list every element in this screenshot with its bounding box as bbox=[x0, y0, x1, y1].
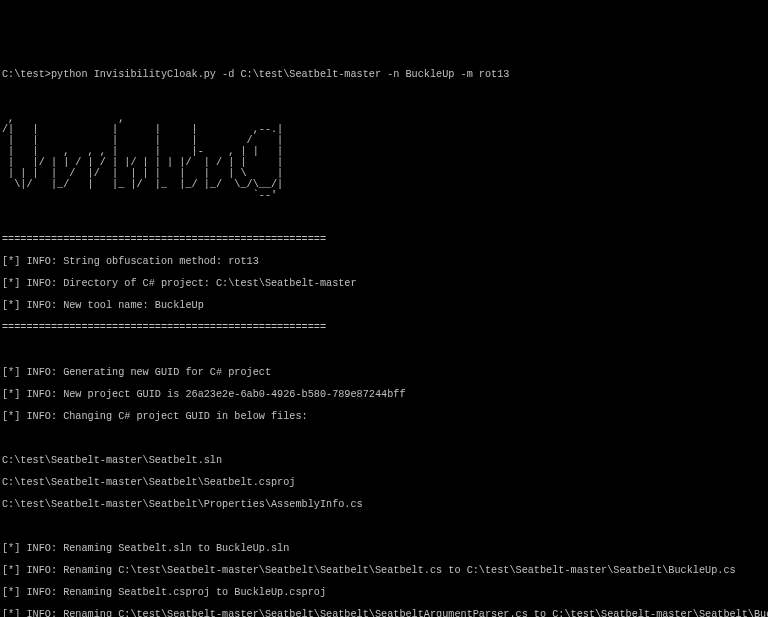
ascii-line: | | , , , | | |- , | | | bbox=[2, 146, 766, 157]
blank bbox=[2, 212, 766, 223]
info-toolname: [*] INFO: New tool name: BuckleUp bbox=[2, 300, 766, 311]
blank bbox=[2, 91, 766, 102]
info-guid-val: [*] INFO: New project GUID is 26a23e2e-6… bbox=[2, 389, 766, 400]
rename-line: [*] INFO: Renaming Seatbelt.sln to Buckl… bbox=[2, 543, 766, 554]
ascii-line: /| | | | | ,--.| bbox=[2, 124, 766, 135]
ascii-line: \|/ |_/ | |_ |/ |_ |_/ |_/ \_/\__/| bbox=[2, 179, 766, 190]
blank bbox=[2, 521, 766, 532]
info-directory: [*] INFO: Directory of C# project: C:\te… bbox=[2, 278, 766, 289]
command-line: C:\test>python InvisibilityCloak.py -d C… bbox=[2, 69, 766, 80]
ascii-art-logo: , , /| | | | | ,--.| | | | | | / | | | ,… bbox=[2, 113, 766, 201]
info-obf-method: [*] INFO: String obfuscation method: rot… bbox=[2, 256, 766, 267]
rename-line: [*] INFO: Renaming C:\test\Seatbelt-mast… bbox=[2, 609, 766, 617]
rename-line: [*] INFO: Renaming Seatbelt.csproj to Bu… bbox=[2, 587, 766, 598]
rename-line: [*] INFO: Renaming C:\test\Seatbelt-mast… bbox=[2, 565, 766, 576]
ascii-line: | | | | | / | bbox=[2, 135, 766, 146]
blank bbox=[2, 344, 766, 355]
ascii-line: | |/ | | / | / | |/ | | | |/ | / | | | bbox=[2, 157, 766, 168]
info-guid-files: [*] INFO: Changing C# project GUID in be… bbox=[2, 411, 766, 422]
path-assemblyinfo: C:\test\Seatbelt-master\Seatbelt\Propert… bbox=[2, 499, 766, 510]
ascii-line: `--' bbox=[2, 190, 766, 201]
ascii-line: , , bbox=[2, 113, 766, 124]
info-guid-gen: [*] INFO: Generating new GUID for C# pro… bbox=[2, 367, 766, 378]
terminal-output[interactable]: C:\test>python InvisibilityCloak.py -d C… bbox=[0, 55, 768, 617]
separator: ========================================… bbox=[2, 322, 766, 333]
path-csproj: C:\test\Seatbelt-master\Seatbelt\Seatbel… bbox=[2, 477, 766, 488]
path-sln: C:\test\Seatbelt-master\Seatbelt.sln bbox=[2, 455, 766, 466]
ascii-line: | | | | / |/ | | | | | | | \ | bbox=[2, 168, 766, 179]
blank bbox=[2, 433, 766, 444]
separator: ========================================… bbox=[2, 234, 766, 245]
